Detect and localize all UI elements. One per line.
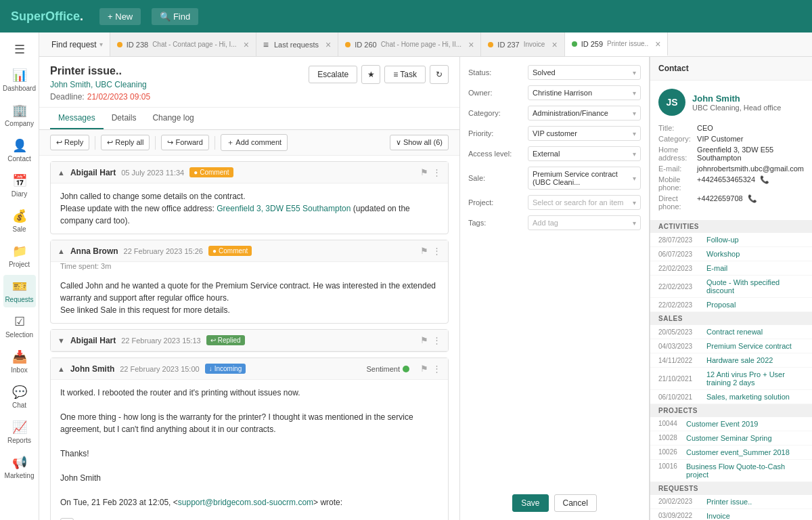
- msg-menu-icon[interactable]: ⋮: [432, 364, 441, 374]
- show-all-button[interactable]: ∨ Show all (6): [390, 135, 449, 150]
- reply-all-button[interactable]: ↩ Reply all: [101, 135, 150, 150]
- activity-link[interactable]: Workshop: [706, 250, 740, 258]
- list-item: 22/02/2023 E-mail: [650, 261, 812, 276]
- msg-menu-icon[interactable]: ⋮: [432, 246, 441, 256]
- sidebar-item-inbox[interactable]: 📥 Inbox: [3, 345, 36, 378]
- owner-select[interactable]: Christine Harrison ▾: [528, 85, 641, 100]
- sidebar-item-project[interactable]: 📁 Project: [3, 240, 36, 272]
- request-author[interactable]: John Smith, UBC Cleaning: [50, 80, 150, 89]
- tags-input[interactable]: Add tag ▾: [528, 215, 641, 230]
- category-select[interactable]: Administration/Finance ▾: [528, 106, 641, 121]
- tab-id-237[interactable]: ID 237 Invoice ×: [481, 32, 564, 56]
- activity-link[interactable]: Quote - With specified discount: [706, 278, 804, 295]
- tab-id-260[interactable]: ID 260 Chat - Home page - Hi, II... ×: [338, 32, 481, 56]
- close-tab-last-requests[interactable]: ×: [325, 39, 331, 50]
- activity-link[interactable]: Proposal: [706, 301, 736, 309]
- priority-label: Priority:: [468, 129, 522, 137]
- list-item: 20/02/2023 Printer issue..: [650, 495, 812, 509]
- list-item: 21/10/2021 12 Anti virus Pro + User trai…: [650, 368, 812, 390]
- close-tab-238[interactable]: ×: [244, 39, 249, 50]
- msg-flag-icon[interactable]: ⚑: [420, 335, 428, 345]
- tab-messages[interactable]: Messages: [50, 108, 104, 129]
- find-request-tab[interactable]: Find request ▾: [45, 32, 110, 56]
- message-body: Called John and he wanted a quote for th…: [51, 273, 448, 323]
- forward-button[interactable]: ↪ Forward: [161, 135, 208, 150]
- project-select[interactable]: Select or search for an item ▾: [528, 195, 641, 210]
- msg-menu-icon[interactable]: ⋮: [432, 335, 441, 345]
- close-tab-237[interactable]: ×: [551, 39, 557, 50]
- contact-avatar: JS: [658, 89, 685, 116]
- tab-details[interactable]: Details: [104, 108, 145, 129]
- list-item: 06/10/2021 Sales, marketing solution: [650, 390, 812, 404]
- contact-panel-header: Contact: [650, 57, 812, 81]
- list-item: 10026 Customer event_Summer 2018: [650, 446, 812, 460]
- message-body: It worked. I rebooted the router and it'…: [51, 380, 448, 515]
- close-tab-260[interactable]: ×: [468, 39, 474, 50]
- request-deadline: Deadline: 21/02/2023 09:05: [50, 92, 150, 102]
- find-button[interactable]: 🔍 Find: [152, 8, 198, 25]
- msg-toggle[interactable]: ▲: [58, 365, 65, 373]
- sale-link[interactable]: Contract renewal: [706, 328, 763, 336]
- sale-link[interactable]: Premium Service contract: [706, 342, 792, 350]
- msg-toggle[interactable]: ▲: [58, 169, 65, 177]
- save-button[interactable]: Save: [512, 494, 548, 512]
- project-link[interactable]: Customer event_Summer 2018: [686, 448, 790, 456]
- list-item: 22/02/2023 Quote - With specified discou…: [650, 276, 812, 298]
- msg-menu-icon[interactable]: ⋮: [432, 167, 441, 177]
- contact-panel: Contact JS John Smith UBC Cleaning, Head…: [650, 57, 812, 520]
- sales-section-header: SALES: [650, 312, 812, 325]
- request-link[interactable]: Invoice: [706, 512, 730, 520]
- msg-toggle[interactable]: ▲: [58, 247, 65, 255]
- access-select[interactable]: External ▾: [528, 146, 641, 161]
- priority-select[interactable]: VIP customer ▾: [528, 126, 641, 141]
- sale-link[interactable]: 12 Anti virus Pro + User training 2 days: [706, 370, 804, 387]
- sale-link[interactable]: Sales, marketing solution: [706, 393, 790, 401]
- project-link[interactable]: Customer Event 2019: [686, 420, 758, 428]
- sidebar-nav-toggle[interactable]: ☰: [3, 38, 36, 61]
- message-item: ▲ John Smith 22 February 2023 15:00 ↓ In…: [50, 358, 449, 520]
- status-select[interactable]: Solved ▾: [528, 65, 641, 80]
- list-item: 04/03/2023 Premium Service contract: [650, 339, 812, 353]
- msg-flag-icon[interactable]: ⚑: [420, 246, 428, 256]
- tab-change-log[interactable]: Change log: [144, 108, 202, 129]
- msg-flag-icon[interactable]: ⚑: [420, 364, 428, 374]
- msg-toggle[interactable]: ▼: [58, 337, 65, 345]
- request-link[interactable]: Printer issue..: [706, 498, 752, 506]
- star-button[interactable]: ★: [361, 65, 380, 84]
- sale-select[interactable]: Premium Service contract (UBC Cleani... …: [528, 167, 641, 190]
- sidebar-item-requests[interactable]: 🎫 Requests: [3, 275, 36, 307]
- sidebar-item-chat[interactable]: 💬 Chat: [3, 381, 36, 413]
- new-button[interactable]: + New: [99, 8, 141, 25]
- add-comment-button[interactable]: ＋ Add comment: [221, 134, 288, 151]
- project-link[interactable]: Customer Seminar Spring: [686, 434, 772, 442]
- sale-link[interactable]: Hardware sale 2022: [706, 356, 773, 364]
- sidebar-item-contact[interactable]: 👤 Contact: [3, 134, 36, 167]
- tab-last-requests[interactable]: ≡ Last requests ×: [256, 32, 338, 56]
- sidebar-item-company[interactable]: 🏢 Company: [3, 99, 36, 131]
- tab-id-238[interactable]: ID 238 Chat - Contact page - Hi, I... ×: [110, 32, 256, 56]
- activity-link[interactable]: E-mail: [706, 264, 727, 272]
- sidebar-item-sale[interactable]: 💰 Sale: [3, 204, 36, 237]
- sidebar-item-marketing[interactable]: 📢 Marketing: [3, 451, 36, 483]
- contact-name[interactable]: John Smith: [692, 93, 781, 104]
- msg-flag-icon[interactable]: ⚑: [420, 167, 428, 177]
- cancel-button[interactable]: Cancel: [554, 494, 597, 512]
- task-button[interactable]: ≡ Task: [384, 66, 426, 83]
- reply-button[interactable]: ↩ Reply: [50, 135, 89, 150]
- request-header: Printer issue.. John Smith, UBC Cleaning…: [39, 57, 459, 108]
- tab-id-259[interactable]: ID 259 Printer issue.. ×: [565, 32, 669, 56]
- list-item: 10044 Customer Event 2019: [650, 417, 812, 431]
- sidebar-item-selection[interactable]: ☑ Selection: [3, 310, 36, 343]
- sidebar-item-dashboard[interactable]: 📊 Dashboard: [3, 64, 36, 96]
- sidebar-item-diary[interactable]: 📅 Diary: [3, 169, 36, 202]
- sale-label: Sale:: [468, 174, 522, 182]
- refresh-button[interactable]: ↻: [430, 65, 449, 84]
- sidebar-item-reports[interactable]: 📈 Reports: [3, 416, 36, 448]
- project-link[interactable]: Business Flow Quote-to-Cash project: [686, 462, 804, 479]
- escalate-button[interactable]: Escalate: [309, 66, 357, 83]
- requests-list: 20/02/2023 Printer issue.. 03/09/2022 In…: [650, 495, 812, 520]
- top-nav: SuperOffice. + New 🔍 Find: [0, 0, 812, 32]
- close-tab-259[interactable]: ×: [655, 39, 660, 49]
- message-item: ▲ Anna Brown 22 February 2023 15:26 ● Co…: [50, 240, 449, 324]
- activity-link[interactable]: Follow-up: [706, 236, 739, 244]
